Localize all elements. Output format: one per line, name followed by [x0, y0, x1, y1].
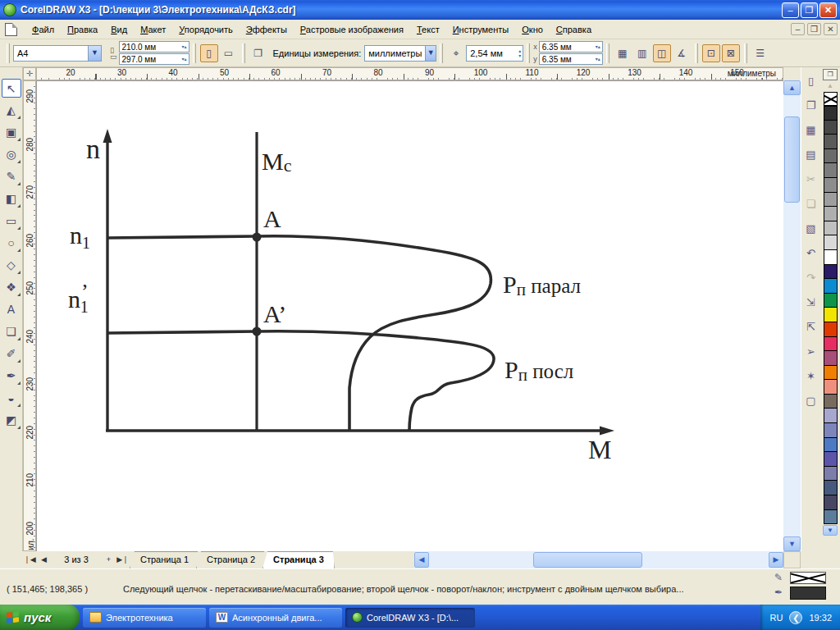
corel-online-button[interactable]: ✶ [802, 368, 820, 386]
doc-restore-button[interactable]: ❐ [807, 23, 821, 35]
portrait-button[interactable]: ▯ [200, 44, 218, 62]
palette-options-button[interactable]: ❒ [823, 69, 838, 80]
text-tool[interactable]: А [2, 300, 21, 319]
menu-item-3[interactable]: Макет [134, 22, 172, 37]
color-swatch-9e9e9e[interactable] [824, 193, 838, 208]
spinner-icon[interactable]: ▾▴ [596, 57, 602, 62]
rectangle-tool[interactable]: ▭ [2, 212, 21, 231]
ellipse-tool[interactable]: ○ [2, 234, 21, 253]
scroll-right-button[interactable]: ▶ [769, 552, 783, 568]
color-swatch-ef907f[interactable] [824, 380, 838, 395]
duplicate-y-field[interactable]: 6.35 мм ▾▴ [539, 53, 603, 65]
color-swatch-475a7d[interactable] [824, 481, 838, 495]
color-swatch-8d8d8d[interactable] [824, 178, 838, 193]
start-button[interactable]: пуск [0, 605, 80, 630]
color-swatch-c0c0c0[interactable] [824, 221, 838, 236]
menu-item-10[interactable]: Справка [550, 22, 598, 37]
open-button[interactable]: ❐ [802, 97, 820, 115]
outline-tool[interactable]: ✒ [2, 367, 21, 386]
eyedropper-tool[interactable]: ✐ [2, 345, 21, 363]
color-swatch-afafaf[interactable] [824, 207, 838, 221]
freehand-tool[interactable]: ✎ [2, 167, 21, 186]
point-a-dot[interactable] [253, 233, 262, 242]
marquee-select-button[interactable]: ⊠ [722, 44, 740, 62]
doc-close-button[interactable]: ✕ [824, 23, 838, 35]
undo-button[interactable]: ↶ [802, 244, 820, 262]
spinner-icon[interactable]: ▾▴ [181, 44, 188, 49]
page-tab-2[interactable]: Страница 2 [196, 551, 266, 568]
color-swatch-5b7d9b[interactable] [824, 510, 838, 525]
shape-tool[interactable]: ◭ [2, 101, 21, 120]
menu-item-8[interactable]: Инструменты [446, 22, 516, 37]
chevron-down-icon[interactable]: ▼ [88, 46, 101, 61]
color-swatch-a6a6cf[interactable] [824, 409, 838, 423]
page-tab-1[interactable]: Страница 1 [130, 551, 199, 568]
smart-fill-tool[interactable]: ◧ [2, 189, 21, 208]
doc-minimize-button[interactable]: – [791, 23, 805, 35]
app-launcher-button[interactable]: ➢ [802, 343, 820, 361]
new-button[interactable]: ▯ [802, 72, 820, 90]
add-page-button[interactable]: + [102, 551, 116, 568]
paste-button[interactable]: ▧ [802, 220, 820, 238]
close-button[interactable]: ✕ [819, 2, 837, 18]
copy-button[interactable]: ❏ [802, 195, 820, 213]
treat-as-filled-button[interactable]: ⊡ [702, 44, 720, 62]
taskbar-task-3[interactable]: CorelDRAW X3 - [D:\... [345, 608, 475, 628]
color-swatch-0e9549[interactable] [824, 294, 838, 308]
color-swatch-0b8bd0[interactable] [824, 279, 838, 294]
drawing-canvas[interactable]: n Mc n1 n’1 A A’ M Рп парал Рп посл [36, 80, 783, 551]
zoom-tool[interactable]: ◎ [2, 145, 21, 164]
horizontal-ruler[interactable]: миллиметры 20304050607080901001101201301… [36, 67, 783, 80]
pick-tool[interactable]: ↖ [2, 79, 21, 98]
curve-series[interactable] [107, 331, 494, 431]
color-swatch-4e79c3[interactable] [824, 438, 838, 453]
palette-scroll-up-icon[interactable]: ▲ [823, 82, 838, 92]
fill-tool[interactable]: ◒ [2, 389, 21, 408]
units-combo[interactable]: миллиметры ▼ [364, 45, 436, 62]
paper-width-field[interactable]: 210.0 мм ▾▴ [119, 41, 189, 52]
vertical-ruler[interactable]: мил. 290280270260250240230220210200 [23, 80, 36, 551]
document-icon[interactable] [5, 23, 17, 36]
snap-to-objects-button[interactable]: ◫ [653, 44, 671, 62]
color-swatch-786a5e[interactable] [824, 395, 838, 409]
last-page-button[interactable]: ▶❘ [116, 551, 130, 568]
color-swatch-f0e400[interactable] [824, 308, 838, 322]
page-tab-3[interactable]: Страница 3 [262, 551, 335, 568]
menu-item-0[interactable]: Файл [25, 22, 61, 37]
no-color-swatch[interactable] [824, 92, 838, 106]
paper-height-field[interactable]: 297.0 мм ▾▴ [119, 53, 189, 65]
palette-scroll-down-icon[interactable]: ▼ [823, 525, 838, 536]
options-list-button[interactable]: ☰ [751, 44, 769, 62]
polygon-tool[interactable]: ◇ [2, 256, 21, 275]
color-swatch-2b1a66[interactable] [824, 265, 838, 280]
menu-item-1[interactable]: Правка [61, 22, 104, 37]
menu-item-4[interactable]: Упорядочить [172, 22, 239, 37]
point-a-prime-dot[interactable] [253, 327, 262, 336]
dynamic-guides-button[interactable]: ∡ [673, 44, 691, 62]
previous-page-button[interactable]: ◀ [37, 551, 51, 568]
chevron-down-icon[interactable]: ▼ [425, 46, 436, 61]
scroll-up-button[interactable]: ▲ [783, 80, 801, 95]
taskbar-task-2[interactable]: WАсинхронный двига... [209, 608, 342, 628]
menu-item-2[interactable]: Вид [104, 22, 134, 37]
minimize-button[interactable]: – [782, 2, 799, 18]
crop-tool[interactable]: ▣ [2, 123, 21, 142]
color-swatch-ffffff[interactable] [824, 250, 838, 265]
spinner-icon[interactable]: ▴▾ [518, 48, 523, 58]
color-swatch-7d85bb[interactable] [824, 423, 838, 438]
menu-item-9[interactable]: Окно [515, 22, 550, 37]
duplicate-x-field[interactable]: 6.35 мм ▾▴ [539, 41, 603, 52]
graphics-button[interactable]: ▢ [802, 392, 820, 410]
paper-size-combo[interactable]: A4 ▼ [13, 45, 102, 62]
scroll-down-button[interactable]: ▼ [783, 536, 801, 551]
color-swatch-474763[interactable] [824, 495, 838, 510]
tray-chevron-icon[interactable]: ❮ [789, 611, 802, 624]
color-swatch-7d7dab[interactable] [824, 467, 838, 482]
color-swatch-d9d9d9[interactable] [824, 235, 838, 250]
horizontal-scroll-thumb[interactable] [533, 552, 642, 568]
spinner-icon[interactable]: ▾▴ [181, 57, 188, 62]
first-page-button[interactable]: ❘◀ [23, 551, 37, 568]
ruler-origin-button[interactable]: ✛ [23, 67, 36, 80]
save-button[interactable]: ▦ [802, 121, 820, 139]
menu-item-7[interactable]: Текст [410, 22, 446, 37]
